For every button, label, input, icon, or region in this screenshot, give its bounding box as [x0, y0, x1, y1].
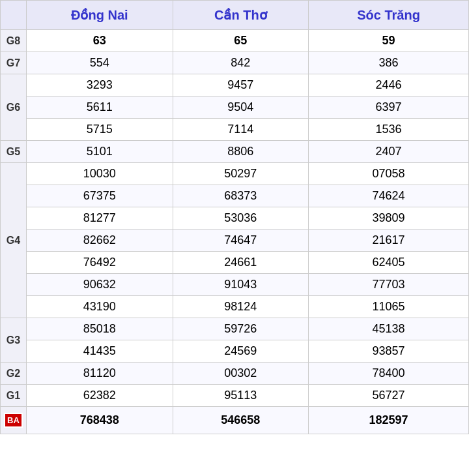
- cell-g3-dong_nai: 41435: [27, 340, 173, 363]
- cell-g4-soc_trang: 74624: [309, 185, 469, 207]
- cell-g4-can_tho: 50297: [173, 163, 309, 185]
- cell-g2-soc_trang: 78400: [309, 363, 469, 385]
- group-label-g2: G2: [1, 363, 27, 385]
- header-soc-trang: Sóc Trăng: [309, 1, 469, 30]
- cell-g4-soc_trang: 11065: [309, 296, 469, 318]
- group-label-g6: G6: [1, 74, 27, 141]
- cell-g4-can_tho: 91043: [173, 274, 309, 296]
- cell-g4-dong_nai: 81277: [27, 207, 173, 230]
- group-label-g5: G5: [1, 141, 27, 163]
- group-label-db: BA: [1, 407, 27, 434]
- cell-db-soc_trang: 182597: [309, 407, 469, 434]
- group-label-g8: G8: [1, 30, 27, 52]
- cell-g3-can_tho: 59726: [173, 318, 309, 340]
- cell-g7-soc_trang: 386: [309, 52, 469, 74]
- cell-g6-can_tho: 9504: [173, 97, 309, 119]
- cell-g2-can_tho: 00302: [173, 363, 309, 385]
- cell-g4-can_tho: 24661: [173, 252, 309, 274]
- group-label-g7: G7: [1, 52, 27, 74]
- cell-g6-soc_trang: 1536: [309, 119, 469, 141]
- cell-g1-soc_trang: 56727: [309, 385, 469, 407]
- cell-g4-dong_nai: 43190: [27, 296, 173, 318]
- group-label-g1: G1: [1, 385, 27, 407]
- header-can-tho: Cần Thơ: [173, 1, 309, 30]
- cell-g4-soc_trang: 77703: [309, 274, 469, 296]
- cell-g3-soc_trang: 93857: [309, 340, 469, 363]
- cell-g8-dong_nai: 63: [27, 30, 173, 52]
- cell-g1-can_tho: 95113: [173, 385, 309, 407]
- cell-g5-dong_nai: 5101: [27, 141, 173, 163]
- cell-g6-dong_nai: 5715: [27, 119, 173, 141]
- cell-g4-soc_trang: 39809: [309, 207, 469, 230]
- cell-g4-dong_nai: 67375: [27, 185, 173, 207]
- cell-g3-soc_trang: 45138: [309, 318, 469, 340]
- cell-g6-dong_nai: 5611: [27, 97, 173, 119]
- lottery-results-table: Đồng Nai Cần Thơ Sóc Trăng G8636559G7554…: [0, 0, 469, 434]
- cell-g4-can_tho: 53036: [173, 207, 309, 230]
- cell-g7-can_tho: 842: [173, 52, 309, 74]
- group-label-g3: G3: [1, 318, 27, 363]
- cell-db-can_tho: 546658: [173, 407, 309, 434]
- cell-g4-soc_trang: 07058: [309, 163, 469, 185]
- cell-db-dong_nai: 768438: [27, 407, 173, 434]
- cell-g8-can_tho: 65: [173, 30, 309, 52]
- cell-g4-soc_trang: 62405: [309, 252, 469, 274]
- cell-g1-dong_nai: 62382: [27, 385, 173, 407]
- cell-g8-soc_trang: 59: [309, 30, 469, 52]
- cell-g6-dong_nai: 3293: [27, 74, 173, 97]
- cell-g6-soc_trang: 2446: [309, 74, 469, 97]
- cell-g3-can_tho: 24569: [173, 340, 309, 363]
- cell-g4-can_tho: 98124: [173, 296, 309, 318]
- header-empty: [1, 1, 27, 30]
- cell-g4-dong_nai: 10030: [27, 163, 173, 185]
- cell-g4-soc_trang: 21617: [309, 230, 469, 252]
- cell-g6-can_tho: 7114: [173, 119, 309, 141]
- cell-g6-can_tho: 9457: [173, 74, 309, 97]
- cell-g6-soc_trang: 6397: [309, 97, 469, 119]
- group-label-g4: G4: [1, 163, 27, 318]
- cell-g4-dong_nai: 82662: [27, 230, 173, 252]
- cell-g7-dong_nai: 554: [27, 52, 173, 74]
- header-dong-nai: Đồng Nai: [27, 1, 173, 30]
- cell-g4-dong_nai: 76492: [27, 252, 173, 274]
- cell-g2-dong_nai: 81120: [27, 363, 173, 385]
- cell-g3-dong_nai: 85018: [27, 318, 173, 340]
- cell-g5-soc_trang: 2407: [309, 141, 469, 163]
- cell-g4-can_tho: 68373: [173, 185, 309, 207]
- cell-g4-can_tho: 74647: [173, 230, 309, 252]
- cell-g5-can_tho: 8806: [173, 141, 309, 163]
- cell-g4-dong_nai: 90632: [27, 274, 173, 296]
